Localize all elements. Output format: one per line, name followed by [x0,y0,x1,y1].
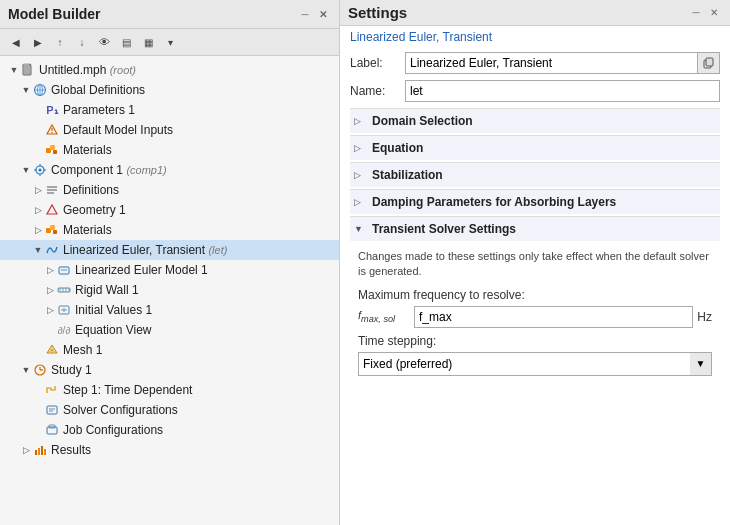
job-icon [44,422,60,438]
freq-math: fmax, sol [358,309,408,324]
tree-label-global-def: Global Definitions [51,83,145,97]
inputs-icon [44,122,60,138]
file-icon [20,62,36,78]
tree-item-job-configs[interactable]: Job Configurations [0,420,339,440]
detach-button[interactable]: ✕ [315,6,331,22]
arrow-equation: ▷ [354,143,368,153]
back-button[interactable]: ◀ [6,32,26,52]
svg-rect-49 [44,449,46,455]
le-model-icon [56,262,72,278]
arrow-global-def: ▼ [20,85,32,95]
name-input[interactable] [405,80,720,102]
tree-item-definitions[interactable]: ▷ Definitions [0,180,339,200]
svg-rect-24 [59,267,69,274]
arrow-definitions: ▷ [32,185,44,195]
arrow-comp1: ▼ [20,165,32,175]
settings-panel: Settings ─ ✕ Linearized Euler, Transient… [340,0,730,525]
section-title-domain-selection: Domain Selection [372,114,473,128]
tree-item-geom1[interactable]: ▷ Geometry 1 [0,200,339,220]
tree-item-step1[interactable]: Step 1: Time Dependent [0,380,339,400]
tree-label-job-configs: Job Configurations [63,423,163,437]
geom-icon [44,202,60,218]
settings-pin-button[interactable]: ─ [688,5,704,21]
tree-label-le-transient: Linearized Euler, Transient (let) [63,243,227,257]
tree-item-le-transient[interactable]: ▼ Linearized Euler, Transient (let) [0,240,339,260]
settings-close-button[interactable]: ✕ [706,5,722,21]
section-transient-solver[interactable]: ▼ Transient Solver Settings [350,216,720,241]
tree-label-solver-configs: Solver Configurations [63,403,178,417]
label-input[interactable] [405,52,698,74]
arrow-geom1: ▷ [32,205,44,215]
panel-header: Model Builder ─ ✕ [0,0,339,29]
tree-label-mesh1: Mesh 1 [63,343,102,357]
time-stepping-row: Fixed (preferred) Free ▼ [358,352,712,376]
arrow-materials-comp: ▷ [32,225,44,235]
step-icon [44,382,60,398]
globe-icon [32,82,48,98]
down-button[interactable]: ↓ [72,32,92,52]
eye-button[interactable]: 👁 [94,32,114,52]
svg-rect-22 [50,225,55,230]
tree-label-definitions: Definitions [63,183,119,197]
init-icon [56,302,72,318]
label-row: Label: [350,52,720,74]
section-equation[interactable]: ▷ Equation [350,135,720,160]
svg-rect-41 [47,406,57,414]
tree-item-params1[interactable]: P₁ Parameters 1 [0,100,339,120]
more-button[interactable]: ▾ [160,32,180,52]
tree-item-solver-configs[interactable]: Solver Configurations [0,400,339,420]
tree-label-root: Untitled.mph (root) [39,63,136,77]
tree-item-mesh1[interactable]: Mesh 1 [0,340,339,360]
section-domain-selection[interactable]: ▷ Domain Selection [350,108,720,133]
section-title-damping: Damping Parameters for Absorbing Layers [372,195,616,209]
freq-input[interactable] [414,306,693,328]
view2-button[interactable]: ▦ [138,32,158,52]
forward-button[interactable]: ▶ [28,32,48,52]
section-title-transient-solver: Transient Solver Settings [372,222,516,236]
tree-label-default-inputs: Default Model Inputs [63,123,173,137]
settings-header: Settings ─ ✕ [340,0,730,26]
section-title-equation: Equation [372,141,423,155]
time-stepping-select[interactable]: Fixed (preferred) Free [358,352,712,376]
tree-item-comp1[interactable]: ▼ Component 1 (comp1) [0,160,339,180]
freq-unit: Hz [697,310,712,324]
svg-rect-10 [53,150,57,154]
tree-item-default-inputs[interactable]: Default Model Inputs [0,120,339,140]
tree-item-eq-view[interactable]: ∂/∂ Equation View [0,320,339,340]
label-copy-button[interactable] [698,52,720,74]
section-stabilization[interactable]: ▷ Stabilization [350,162,720,187]
section-damping[interactable]: ▷ Damping Parameters for Absorbing Layer… [350,189,720,214]
tree-item-rigid-wall1[interactable]: ▷ Rigid Wall 1 [0,280,339,300]
tree-item-le-model1[interactable]: ▷ Linearized Euler Model 1 [0,260,339,280]
solver-icon [44,402,60,418]
tree-item-study1[interactable]: ▼ Study 1 [0,360,339,380]
mesh-icon [44,342,60,358]
svg-rect-46 [35,450,37,455]
view1-button[interactable]: ▤ [116,32,136,52]
tree-item-results[interactable]: ▷ Results [0,440,339,460]
svg-rect-48 [41,446,43,455]
time-stepping-wrapper: Fixed (preferred) Free ▼ [358,352,712,376]
up-button[interactable]: ↑ [50,32,70,52]
tree-label-eq-view: Equation View [75,323,152,337]
arrow-transient-solver: ▼ [354,224,368,234]
name-row: Name: [350,80,720,102]
tree-item-materials-comp[interactable]: ▷ Materials [0,220,339,240]
tree-item-root[interactable]: ▼ Untitled.mph (root) [0,60,339,80]
panel-title: Model Builder [8,6,101,22]
eq-icon: ∂/∂ [56,322,72,338]
arrow-results: ▷ [20,445,32,455]
svg-marker-20 [47,205,57,214]
tree-label-study1: Study 1 [51,363,92,377]
freq-label: Maximum frequency to resolve: [358,288,712,302]
tree-item-global-def[interactable]: ▼ Global Definitions [0,80,339,100]
mat-comp-icon [44,222,60,238]
tree-item-materials-global[interactable]: Materials [0,140,339,160]
pin-button[interactable]: ─ [297,6,313,22]
arrow-domain-selection: ▷ [354,116,368,126]
freq-row: fmax, sol Hz [358,306,712,328]
tree-label-params1: Parameters 1 [63,103,135,117]
tree-item-init-values1[interactable]: ▷ Initial Values 1 [0,300,339,320]
study-icon [32,362,48,378]
tree-label-comp1: Component 1 (comp1) [51,163,167,177]
